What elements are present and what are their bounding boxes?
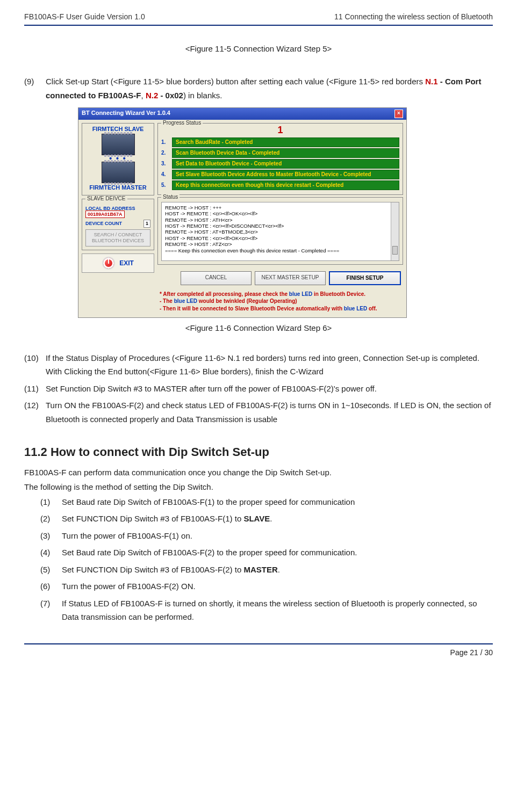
- status-group-title: Status: [161, 194, 179, 200]
- prog-bar: Search BaudRate - Completed: [172, 137, 399, 147]
- step-11-text: Set Function Dip Switch #3 to MASTER aft…: [46, 382, 493, 396]
- section-p1: FB100AS-F can perform data communication…: [24, 466, 493, 480]
- note-1b: in Bluetooth Device.: [312, 291, 365, 297]
- prog-bar: Keep this connection even though this de…: [172, 180, 399, 190]
- wizard-note: * After completed all processing, please…: [160, 291, 401, 313]
- note-3a: - Then it will be connected to Slave Blu…: [160, 306, 344, 311]
- wizard-body: FIRMTECH SLAVE • • • FIRMTECH MASTER SLA…: [78, 120, 406, 317]
- list-item-5a: Set FUNCTION Dip Switch #3 of FB100AS-F(…: [62, 565, 243, 574]
- wizard-button-row: CANCEL NEXT MASTER SETUP FINISH SETUP: [157, 271, 401, 285]
- note-1a: * After completed all processing, please…: [160, 291, 289, 297]
- step-9-text: Click Set-up Start (<Figure 11-5> blue b…: [46, 75, 493, 102]
- section-11-2-heading: 11.2 How to connect with Dip Switch Set-…: [24, 442, 493, 462]
- device-count-label: DEVICE COUNT: [85, 221, 122, 227]
- cancel-button[interactable]: CANCEL: [181, 271, 252, 285]
- list-item-7-text: If Status LED of FB100AS-F is turned on …: [62, 597, 493, 624]
- status-line: REMOTE -> HOST : +++: [165, 205, 396, 211]
- list-item-2-bold: SLAVE: [243, 514, 270, 523]
- master-label: FIRMTECH MASTER: [85, 184, 150, 191]
- header-right: 11 Connecting the wireless section of Bl…: [334, 11, 493, 24]
- list-item-5-text: Set FUNCTION Dip Switch #3 of FB100AS-F(…: [62, 563, 493, 577]
- exit-label: EXIT: [119, 259, 134, 267]
- wizard-titlebar: BT Connecting Wizard Ver 1.0.4 ×: [78, 108, 406, 120]
- step-12-text: Turn ON the FB100AS-F(2) and check statu…: [46, 398, 493, 426]
- device-count-value: 1: [143, 220, 150, 228]
- page-header: FB100AS-F User Guide Version 1.0 11 Conn…: [24, 11, 493, 24]
- header-rule: [24, 25, 493, 26]
- power-icon: [102, 257, 115, 270]
- note-2a: - The: [160, 298, 174, 304]
- list-item-6: (6) Turn the power of FB100AS-F(2) ON.: [40, 579, 493, 593]
- list-item-3: (3) Turn the power of FB100AS-F(1) on.: [40, 529, 493, 543]
- status-line: HOST -> REMOTE : <cr><lf>OK<cr><lf>: [165, 235, 396, 241]
- list-item-7-number: (7): [40, 597, 62, 624]
- status-line: REMOTE -> HOST : AT+BTMODE,3<cr>: [165, 229, 396, 235]
- next-master-setup-button[interactable]: NEXT MASTER SETUP: [255, 271, 326, 285]
- list-item-7: (7) If Status LED of FB100AS-F is turned…: [40, 597, 493, 624]
- figure-11-6-wrap: BT Connecting Wizard Ver 1.0.4 × FIRMTEC…: [24, 107, 493, 318]
- note-2b: would be twinkled (Regular Operating): [197, 298, 297, 304]
- step-10-number: (10): [24, 351, 46, 379]
- step-12: (12) Turn ON the FB100AS-F(2) and check …: [24, 398, 493, 426]
- finish-setup-button[interactable]: FINISH SETUP: [329, 271, 401, 285]
- status-textarea[interactable]: REMOTE -> HOST : +++ HOST -> REMOTE : <c…: [161, 202, 399, 261]
- section-p2: The following is the method of setting t…: [24, 480, 493, 494]
- note-blue: blue LED: [289, 291, 312, 297]
- list-item-3-number: (3): [40, 529, 62, 543]
- step-9-dash1: -: [438, 77, 445, 86]
- document-page: FB100AS-F User Guide Version 1.0 11 Conn…: [0, 0, 517, 676]
- slave-master-panel: FIRMTECH SLAVE • • • FIRMTECH MASTER: [82, 123, 154, 195]
- step-9-n1: N.1: [425, 77, 437, 86]
- slave-device-group-title: SLAVE DEIVCE: [85, 195, 127, 202]
- list-item-1-text: Set Baud rate Dip Switch of FB100AS-F(1)…: [62, 495, 493, 509]
- status-line: REMOTE -> HOST : ATH<cr>: [165, 217, 396, 223]
- prog-bar: Set Data to Bluetooth Device - Completed: [172, 159, 399, 169]
- step-9: (9) Click Set-up Start (<Figure 11-5> bl…: [24, 75, 493, 102]
- step-9-comma: ,: [141, 91, 146, 100]
- step-10-text: If the Status Display of Procedures (<Fi…: [46, 351, 493, 379]
- chip-icon: [102, 162, 135, 183]
- list-item-2-text: Set FUNCTION Dip Switch #3 of FB100AS-F(…: [62, 512, 493, 526]
- slave-device-group: SLAVE DEIVCE LOCAL BD ADDRESS 00189A01B6…: [82, 199, 154, 250]
- wizard-window: BT Connecting Wizard Ver 1.0.4 × FIRMTEC…: [78, 107, 407, 318]
- list-item-5c: .: [278, 565, 280, 574]
- chip-icon: [102, 134, 135, 155]
- search-connect-button[interactable]: SEARCH / CONNECT BLUETOOTH DEVICES: [85, 229, 150, 247]
- step-9-number: (9): [24, 75, 46, 102]
- close-icon[interactable]: ×: [394, 110, 403, 118]
- status-group: Status REMOTE -> HOST : +++ HOST -> REMO…: [157, 197, 403, 265]
- list-item-2a: Set FUNCTION Dip Switch #3 of FB100AS-F(…: [62, 514, 243, 523]
- step-9-b2: 0x02: [166, 91, 183, 100]
- wizard-left-col: FIRMTECH SLAVE • • • FIRMTECH MASTER SLA…: [82, 123, 154, 314]
- bd-address-value: 00189A01B67A: [85, 211, 125, 218]
- prog-bar: Scan Bluetooth Device Data - Completed: [172, 148, 399, 158]
- note-blue: blue LED: [344, 306, 367, 311]
- scrollbar[interactable]: [391, 202, 399, 260]
- list-item-5-bold: MASTER: [243, 565, 277, 574]
- list-item-4-number: (4): [40, 546, 62, 560]
- step-11: (11) Set Function Dip Switch #3 to MASTE…: [24, 382, 493, 396]
- step-9-text-b: ) in blanks.: [183, 91, 222, 100]
- figure-11-5-caption: <Figure 11-5 Connection Wizard Step 5>: [24, 42, 493, 56]
- step-11-number: (11): [24, 382, 46, 396]
- exit-button[interactable]: EXIT: [82, 253, 154, 273]
- status-line: REMOTE -> HOST : ATZ<cr>: [165, 241, 396, 247]
- wizard-title: BT Connecting Wizard Ver 1.0.4: [82, 110, 170, 118]
- red-annotation-1: 1: [161, 125, 399, 136]
- list-item-6-text: Turn the power of FB100AS-F(2) ON.: [62, 579, 493, 593]
- scroll-thumb[interactable]: [392, 246, 398, 255]
- figure-11-6-caption: <Figure 11-6 Connection Wizard Step 6>: [24, 321, 493, 335]
- note-3b: off.: [367, 306, 377, 311]
- note-blue: blue LED: [174, 298, 197, 304]
- header-left: FB100AS-F User Guide Version 1.0: [24, 11, 145, 24]
- prog-num: 1.: [161, 139, 169, 146]
- list-item-1: (1) Set Baud rate Dip Switch of FB100AS-…: [40, 495, 493, 509]
- list-item-5-number: (5): [40, 563, 62, 577]
- list-item-3-text: Turn the power of FB100AS-F(1) on.: [62, 529, 493, 543]
- step-9-n2: N.2: [146, 91, 158, 100]
- progress-status-title: Progress Status: [161, 120, 203, 126]
- list-item-2-number: (2): [40, 512, 62, 526]
- prog-bar: Set Slave Bluetooth Device Address to Ma…: [172, 170, 399, 179]
- prog-num: 5.: [161, 182, 169, 189]
- list-item-1-number: (1): [40, 495, 62, 509]
